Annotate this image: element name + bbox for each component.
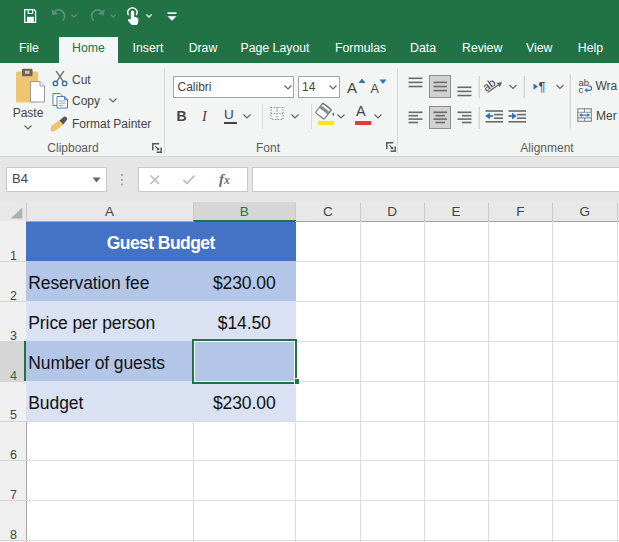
svg-text:¶: ¶	[539, 79, 546, 94]
svg-text:c: c	[579, 84, 584, 93]
